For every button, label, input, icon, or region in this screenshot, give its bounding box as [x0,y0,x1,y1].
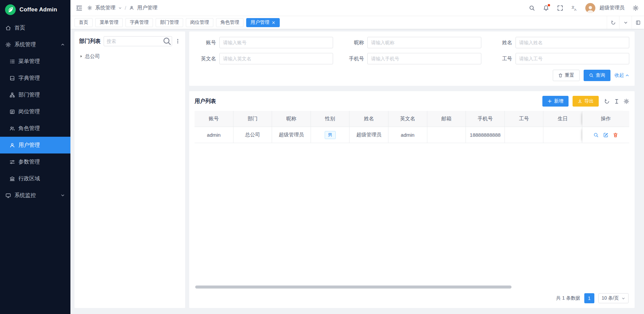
tab-home[interactable]: 首页 [74,18,93,27]
sidebar-item-label: 行政区域 [18,175,40,182]
column-height-icon[interactable] [614,99,620,104]
cell-gender: 男 [311,127,350,143]
sidebar-item-home[interactable]: 首页 [0,19,70,36]
page-number-button[interactable]: 1 [584,293,594,303]
tab-user-mgmt[interactable]: 用户管理 [246,18,280,27]
gear-icon [5,42,11,48]
trash-icon [558,73,563,78]
dept-panel-title: 部门列表 [79,38,101,45]
column-header-email: 邮箱 [427,111,466,127]
monitor-icon [5,193,11,198]
job-no-input[interactable] [516,53,629,64]
chevron-down-icon[interactable] [619,16,632,29]
close-icon[interactable] [272,21,275,24]
tab-menu-mgmt[interactable]: 菜单管理 [95,18,123,27]
view-icon[interactable] [593,132,599,138]
sidebar-item-system-mgmt[interactable]: 系统管理 [0,36,70,53]
add-button[interactable]: 新增 [542,96,569,107]
sidebar-item-system-monitor[interactable]: 系统监控 [0,187,70,204]
page-size-select[interactable]: 10 条/页 [598,293,629,303]
tab-label: 角色管理 [220,19,239,25]
user-list-title: 用户列表 [195,98,216,105]
svg-text:A: A [574,7,577,11]
column-header-department: 部门 [233,111,272,127]
sidebar-item-dept-mgmt[interactable]: 部门管理 [0,86,70,103]
breadcrumb-level1[interactable]: 系统管理 [95,5,115,11]
export-button[interactable]: 导出 [573,96,599,107]
more-vertical-icon[interactable] [175,39,180,44]
settings-gear-icon[interactable] [633,5,639,11]
main-area: 系统管理 / 用户管理 文A 超级管理员 [70,0,644,314]
breadcrumb-level2: 用户管理 [137,5,157,11]
sidebar-item-post-mgmt[interactable]: 岗位管理 [0,103,70,120]
app-title: Coffee Admin [19,6,57,13]
collapse-toggle[interactable]: 收起 [614,72,629,78]
phone-input[interactable] [367,53,481,64]
table-toolbar: 新增 导出 [542,96,629,107]
bell-icon[interactable] [543,5,549,11]
search-icon[interactable] [529,5,535,11]
org-chart-icon [9,92,15,98]
sidebar-item-label: 首页 [14,24,25,32]
refresh-icon[interactable] [604,99,610,104]
chevron-down-icon [60,193,65,198]
cell-email [427,127,466,143]
translate-icon[interactable]: 文A [571,5,577,11]
delete-icon[interactable] [613,132,618,138]
avatar[interactable] [585,3,595,13]
english-name-input[interactable] [219,53,333,64]
sidebar-item-region[interactable]: 行政区域 [0,170,70,187]
reset-button[interactable]: 重置 [553,70,580,81]
sidebar-item-menu-mgmt[interactable]: 菜单管理 [0,53,70,70]
bank-icon [9,176,15,182]
tab-dict-mgmt[interactable]: 字典管理 [125,18,153,27]
search-form: 账号 昵称 姓名 英文名 [195,37,629,64]
sidebar-item-label: 用户管理 [18,142,40,149]
column-header-birthday: 生日 [543,111,582,127]
gear-icon [87,5,92,10]
menu-fold-icon[interactable] [76,5,83,11]
sidebar-item-role-mgmt[interactable]: 角色管理 [0,120,70,137]
table-row[interactable]: admin 总公司 超级管理员 男 超级管理员 admin 1888888888… [195,127,629,143]
sidebar-item-label: 角色管理 [18,125,40,132]
tab-role-mgmt[interactable]: 角色管理 [216,18,244,27]
dept-tree: 总公司 [79,52,180,61]
search-form-card: 账号 昵称 姓名 英文名 [189,32,635,86]
fullscreen-icon[interactable] [557,5,563,11]
sidebar-item-user-mgmt[interactable]: 用户管理 [0,137,70,153]
tree-node-head-office[interactable]: 总公司 [79,52,180,61]
nickname-input[interactable] [367,37,481,48]
cell-english-name: admin [388,127,427,143]
export-label: 导出 [584,98,594,104]
app-root: Coffee Admin 首页 系统管理 菜单管理 字典管理 部 [0,0,644,314]
caret-right-icon[interactable] [79,54,83,58]
sliders-icon [9,159,15,165]
account-input[interactable] [219,37,333,48]
sidebar-item-param-mgmt[interactable]: 参数管理 [0,153,70,170]
scrollbar-thumb[interactable] [195,286,512,289]
search-icon[interactable] [162,37,172,46]
sidebar-item-label: 字典管理 [18,75,40,82]
username-label[interactable]: 超级管理员 [599,5,625,11]
cell-actions [582,127,629,143]
tab-post-mgmt[interactable]: 岗位管理 [186,18,213,27]
column-header-english-name: 英文名 [388,111,427,127]
layout-icon[interactable] [632,16,644,29]
chevron-up-icon [60,42,65,47]
chevron-up-icon [625,73,629,77]
name-input[interactable] [516,37,629,48]
dept-search-input[interactable] [104,39,162,44]
tab-dept-mgmt[interactable]: 部门管理 [156,18,183,27]
position-icon [9,109,15,115]
tab-label: 用户管理 [251,19,269,25]
tab-bar-tools [607,16,644,29]
query-button[interactable]: 查询 [584,70,610,81]
collapse-label: 收起 [614,72,624,78]
sidebar-item-dict-mgmt[interactable]: 字典管理 [0,70,70,86]
refresh-icon[interactable] [607,16,619,29]
right-column: 账号 昵称 姓名 英文名 [189,32,635,308]
edit-icon[interactable] [603,132,608,138]
horizontal-scrollbar [195,286,629,289]
search-icon [589,73,594,78]
column-settings-gear-icon[interactable] [624,99,629,104]
